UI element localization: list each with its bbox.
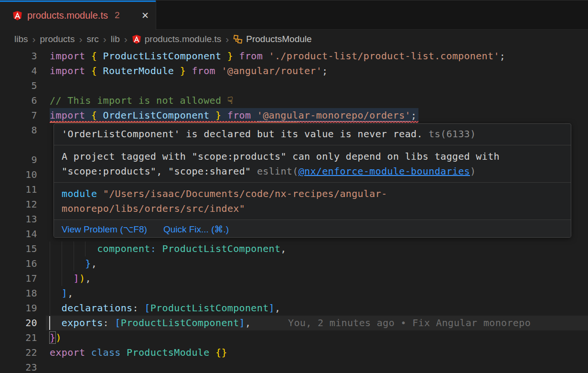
- code-token: }: [221, 50, 239, 62]
- line-number[interactable]: 18: [0, 286, 37, 301]
- code-line[interactable]: ],: [50, 286, 74, 301]
- code-token: import: [50, 50, 91, 62]
- code-token: from: [227, 110, 257, 121]
- line-number[interactable]: 16: [0, 256, 37, 271]
- view-problem-link[interactable]: View Problem (⌥F8): [62, 224, 147, 235]
- code-token: component: [97, 243, 150, 254]
- line-number[interactable]: 21: [0, 330, 37, 345]
- breadcrumb-item-libs[interactable]: libs: [14, 34, 28, 44]
- code-token: [: [144, 302, 150, 314]
- line-number[interactable]: 13: [0, 212, 37, 227]
- line-number[interactable]: 3: [0, 49, 37, 64]
- code-token: ProductListComponent: [162, 243, 280, 254]
- code-token: declarations: [62, 302, 133, 314]
- code-token: ,: [85, 273, 91, 284]
- class-symbol-icon: [233, 34, 243, 44]
- code-token: ): [79, 273, 85, 284]
- code-token: ]: [62, 287, 67, 299]
- line-number[interactable]: 4: [0, 64, 37, 78]
- eslint-source-suffix: ): [470, 165, 476, 177]
- line-number[interactable]: 22: [0, 345, 37, 360]
- code-token: }: [174, 65, 192, 77]
- line-number[interactable]: 10: [0, 167, 37, 182]
- code-token: class: [91, 347, 127, 358]
- chevron-right-icon: ›: [32, 33, 36, 45]
- text-cursor: [49, 316, 50, 330]
- code-token: ProductListComponent: [121, 317, 239, 329]
- code-line[interactable]: import { RouterModule } from '@angular/r…: [50, 64, 328, 78]
- code-line[interactable]: exports: [ProductListComponent],You, 2 m…: [50, 316, 251, 330]
- code-token: ,: [91, 258, 97, 269]
- line-number[interactable]: 11: [0, 182, 37, 197]
- nx-rule-link[interactable]: @nx/enforce-module-boundaries: [299, 165, 470, 177]
- code-token: OrderListComponent: [103, 110, 210, 121]
- angular-file-icon: [132, 34, 141, 44]
- code-token: [50, 302, 62, 314]
- module-path-part2: monorepo/libs/orders/src/index": [62, 203, 245, 214]
- line-number[interactable]: 12: [0, 197, 37, 212]
- code-token: {: [91, 50, 103, 62]
- code-line[interactable]: },: [50, 256, 97, 271]
- breadcrumb-item-lib[interactable]: lib: [111, 34, 120, 44]
- code-token: [50, 287, 62, 299]
- code-token: ProductListComponent: [150, 302, 269, 314]
- quick-fix-link[interactable]: Quick Fix... (⌘.): [163, 224, 229, 235]
- breadcrumb-item-src[interactable]: src: [86, 34, 98, 44]
- vscode-window: products.module.ts 2 ✕ libs › products ›…: [0, 0, 588, 373]
- code-line[interactable]: // This import is not allowed ☟: [50, 93, 233, 108]
- line-number[interactable]: 15: [0, 241, 37, 256]
- active-tab-indicator: [0, 0, 156, 2]
- code-token: ]: [74, 273, 79, 284]
- ts-error-message: 'OrderListComponent' is declared but its…: [54, 124, 571, 145]
- code-token: :: [133, 302, 145, 314]
- eslint-error-line2-text: "scope:products", "scope:shared": [62, 165, 257, 177]
- code-token: import: [50, 65, 91, 77]
- code-line[interactable]: import { OrderListComponent } from '@ang…: [50, 108, 417, 123]
- line-number[interactable]: 23: [0, 360, 37, 373]
- tab-bar: products.module.ts 2 ✕: [0, 0, 588, 30]
- code-editor[interactable]: 34567891011121314151617181920212223 impo…: [0, 48, 588, 373]
- close-icon[interactable]: ✕: [141, 11, 149, 20]
- code-token: '@angular/router': [221, 65, 322, 77]
- code-token: import: [50, 110, 91, 121]
- code-token: }: [210, 110, 227, 121]
- line-number[interactable]: 9: [0, 153, 37, 167]
- code-token: [50, 258, 85, 269]
- line-number[interactable]: 17: [0, 271, 37, 286]
- code-line[interactable]: declarations: [ProductListComponent],: [50, 301, 280, 316]
- code-line[interactable]: }): [50, 330, 62, 345]
- code-token: ;: [411, 110, 417, 121]
- code-token: // This import is not allowed: [50, 95, 227, 106]
- code-line[interactable]: export class ProductsModule {}: [50, 345, 227, 360]
- line-number[interactable]: 19: [0, 301, 37, 316]
- bracket-match: }: [50, 332, 55, 343]
- breadcrumb-item-file[interactable]: products.module.ts: [145, 34, 222, 44]
- code-token: [156, 243, 162, 254]
- breadcrumb-item-symbol[interactable]: ProductsModule: [246, 34, 311, 44]
- line-number[interactable]: 7: [0, 108, 37, 123]
- line-number[interactable]: 14: [0, 227, 37, 241]
- breadcrumb-item-products[interactable]: products: [40, 34, 75, 44]
- code-line[interactable]: import { ProductListComponent } from './…: [50, 49, 505, 64]
- chevron-right-icon: ›: [79, 33, 82, 45]
- error-hover-popup: 'OrderListComponent' is declared but its…: [53, 123, 571, 238]
- line-number[interactable]: 6: [0, 93, 37, 108]
- code-token: ,: [67, 287, 73, 299]
- code-line[interactable]: ]),: [50, 271, 91, 286]
- line-number[interactable]: 20: [0, 316, 37, 330]
- line-number[interactable]: [0, 138, 37, 153]
- tab-products-module[interactable]: products.module.ts 2 ✕: [0, 0, 156, 30]
- code-token: ☟: [227, 95, 234, 106]
- line-number[interactable]: 8: [0, 123, 37, 138]
- code-token: ,: [275, 302, 280, 314]
- code-token: }: [85, 258, 91, 269]
- code-token: :: [150, 243, 156, 254]
- code-line[interactable]: component: ProductListComponent,: [50, 241, 287, 256]
- module-path-info: module "/Users/isaac/Documents/code/nx-r…: [54, 182, 571, 219]
- line-number[interactable]: 5: [0, 78, 37, 93]
- tab-title: products.module.ts: [27, 10, 108, 21]
- code-token: {}: [215, 347, 227, 358]
- eslint-source-prefix: eslint(: [257, 165, 299, 177]
- code-token: [: [115, 317, 120, 329]
- code-token: ,: [280, 243, 286, 254]
